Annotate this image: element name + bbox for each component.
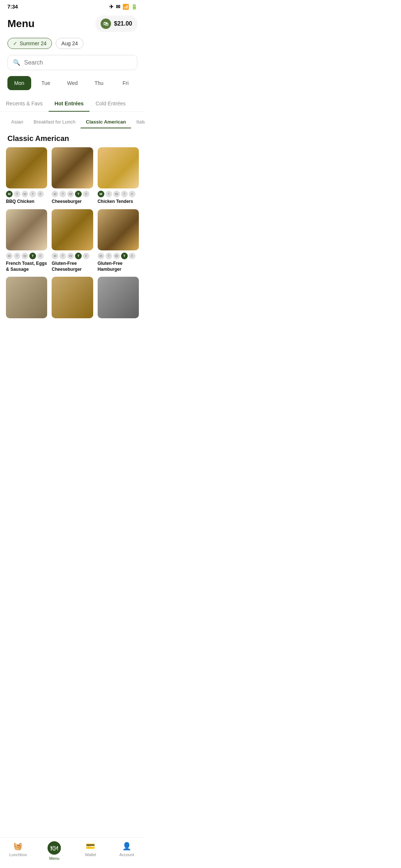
- menu-item-name-cheeseburger: Cheeseburger: [52, 199, 93, 205]
- dot-m: M: [52, 191, 58, 197]
- dot-w: W: [22, 253, 28, 259]
- filter-aug24[interactable]: Aug 24: [56, 38, 83, 49]
- sub-tab-asian[interactable]: Asian: [6, 116, 29, 128]
- menu-grid: MTWTFBBQ ChickenMTWTFCheeseburgerMTWTFCh…: [0, 147, 145, 326]
- sub-tab-breakfast[interactable]: Breakfast for Lunch: [29, 116, 81, 128]
- menu-item-image-partial1: [6, 277, 47, 318]
- dot-m: M: [6, 191, 13, 197]
- wifi-icon: ✉: [116, 4, 120, 10]
- dot-t: T: [75, 191, 82, 197]
- sub-tab-italian[interactable]: Italian: [131, 116, 145, 128]
- sub-tabs: Asian Breakfast for Lunch Classic Americ…: [0, 113, 145, 130]
- checkmark-icon: ✓: [13, 40, 17, 46]
- dot-m: M: [6, 253, 13, 259]
- menu-item-name-chicken-tenders: Chicken Tenders: [98, 199, 139, 205]
- menu-item-gf-cheeseburger[interactable]: MTWTFGluten-Free Cheeseburger: [52, 209, 93, 273]
- dot-t: T: [59, 253, 66, 259]
- dot-w: W: [67, 191, 74, 197]
- menu-item-name-gf-hamburger: Gluten-Free Hamburger: [98, 261, 139, 272]
- menu-item-cheeseburger[interactable]: MTWTFCheeseburger: [52, 147, 93, 205]
- header: Menu 🛍 $21.00: [0, 12, 145, 38]
- search-icon: 🔍: [13, 59, 20, 66]
- menu-item-name-gf-cheeseburger: Gluten-Free Cheeseburger: [52, 261, 93, 272]
- wifi-signal-icon: 📶: [123, 4, 129, 10]
- dot-w: W: [67, 253, 74, 259]
- day-tabs: Mon Tue Wed Thu Fri: [0, 76, 145, 96]
- wallet-balance-badge[interactable]: 🛍 $21.00: [95, 16, 137, 32]
- dot-t: T: [59, 191, 66, 197]
- dot-w: W: [113, 253, 120, 259]
- day-dots-french-toast: MTWTF: [6, 253, 47, 259]
- wallet-icon: 🛍: [101, 19, 111, 29]
- menu-item-chicken-tenders[interactable]: MTWTFChicken Tenders: [98, 147, 139, 205]
- day-dots-gf-cheeseburger: MTWTF: [52, 253, 93, 259]
- day-dots-gf-hamburger: MTWTF: [98, 253, 139, 259]
- page-title: Menu: [7, 18, 35, 30]
- filter-summer24[interactable]: ✓ Summer 24: [7, 38, 52, 49]
- dot-w: W: [113, 191, 120, 197]
- airplane-icon: ✈: [109, 4, 114, 10]
- menu-item-image-partial2: [52, 277, 93, 318]
- menu-item-image-gf-hamburger: [98, 209, 139, 250]
- filter-row: ✓ Summer 24 Aug 24: [0, 38, 145, 55]
- menu-item-partial3[interactable]: [98, 277, 139, 320]
- sub-tab-classic[interactable]: Classic American: [81, 116, 131, 128]
- dot-f: F: [37, 191, 44, 197]
- menu-item-partial2[interactable]: [52, 277, 93, 320]
- battery-icon: 🔋: [131, 4, 137, 10]
- section-title: Classic American: [0, 130, 145, 147]
- status-icons: ✈ ✉ 📶 🔋: [109, 4, 137, 10]
- dot-m: M: [98, 191, 104, 197]
- cat-tab-hot[interactable]: Hot Entrées: [49, 96, 90, 112]
- day-dots-cheeseburger: MTWTF: [52, 191, 93, 197]
- day-dots-bbq-chicken: MTWTF: [6, 191, 47, 197]
- menu-item-name-bbq-chicken: BBQ Chicken: [6, 199, 47, 205]
- cat-tab-recents[interactable]: Recents & Favs: [0, 96, 49, 112]
- menu-item-image-gf-cheeseburger: [52, 209, 93, 250]
- dot-t: T: [29, 191, 36, 197]
- dot-f: F: [129, 191, 136, 197]
- menu-item-gf-hamburger[interactable]: MTWTFGluten-Free Hamburger: [98, 209, 139, 273]
- dot-t: T: [14, 253, 20, 259]
- day-dots-chicken-tenders: MTWTF: [98, 191, 139, 197]
- filter-summer24-label: Summer 24: [20, 40, 46, 46]
- menu-item-image-cheeseburger: [52, 147, 93, 188]
- status-time: 7:34: [7, 4, 18, 10]
- day-tab-wed[interactable]: Wed: [61, 76, 84, 90]
- search-input[interactable]: [24, 59, 132, 66]
- menu-item-name-french-toast: French Toast, Eggs & Sausage: [6, 261, 47, 272]
- category-tabs: Recents & Favs Hot Entrées Cold Entrées: [0, 96, 145, 112]
- filter-aug24-label: Aug 24: [61, 40, 78, 46]
- menu-item-image-french-toast: [6, 209, 47, 250]
- menu-item-image-partial3: [98, 277, 139, 318]
- dot-t: T: [75, 253, 82, 259]
- dot-m: M: [52, 253, 58, 259]
- dot-f: F: [83, 191, 89, 197]
- cat-tab-cold[interactable]: Cold Entrées: [89, 96, 131, 112]
- dot-t: T: [105, 191, 112, 197]
- day-tab-mon[interactable]: Mon: [7, 76, 31, 90]
- menu-item-partial1[interactable]: [6, 277, 47, 320]
- menu-item-bbq-chicken[interactable]: MTWTFBBQ Chicken: [6, 147, 47, 205]
- dot-t: T: [14, 191, 20, 197]
- dot-t: T: [121, 191, 128, 197]
- dot-f: F: [129, 253, 136, 259]
- day-tab-thu[interactable]: Thu: [87, 76, 111, 90]
- day-tab-fri[interactable]: Fri: [114, 76, 137, 90]
- dot-t: T: [29, 253, 36, 259]
- dot-m: M: [98, 253, 104, 259]
- dot-f: F: [83, 253, 89, 259]
- menu-scroll-area: MTWTFBBQ ChickenMTWTFCheeseburgerMTWTFCh…: [0, 147, 145, 364]
- menu-item-image-chicken-tenders: [98, 147, 139, 188]
- wallet-amount: $21.00: [114, 20, 132, 27]
- dot-f: F: [37, 253, 44, 259]
- dot-t: T: [105, 253, 112, 259]
- dot-t: T: [121, 253, 128, 259]
- status-bar: 7:34 ✈ ✉ 📶 🔋: [0, 0, 145, 12]
- day-tab-tue[interactable]: Tue: [34, 76, 58, 90]
- menu-item-french-toast[interactable]: MTWTFFrench Toast, Eggs & Sausage: [6, 209, 47, 273]
- search-bar[interactable]: 🔍: [7, 55, 137, 70]
- dot-w: W: [22, 191, 28, 197]
- menu-item-image-bbq-chicken: [6, 147, 47, 188]
